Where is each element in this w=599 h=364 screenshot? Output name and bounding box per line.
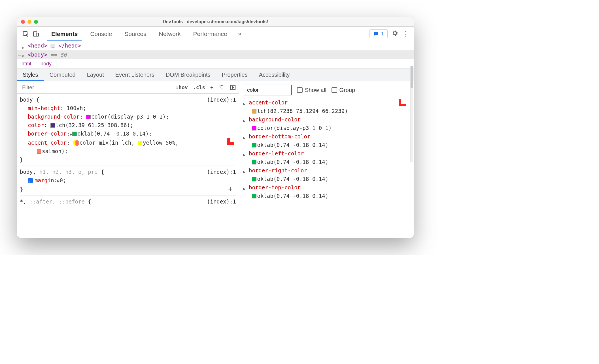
rule-selector[interactable]: *, ::after, ::before {	[20, 197, 91, 206]
maximize-window-icon[interactable]	[34, 20, 38, 24]
decl-background-color[interactable]: background-color: color(display-p3 1 0 1…	[20, 112, 236, 121]
toggle-rendering-icon[interactable]	[230, 84, 236, 91]
decl-color[interactable]: color: lch(32.39 61.25 308.86);	[20, 121, 236, 129]
subtab-properties[interactable]: Properties	[216, 69, 253, 81]
minimize-window-icon[interactable]	[27, 20, 31, 24]
expand-triangle-icon[interactable]: ▶	[243, 151, 245, 159]
color-swatch-icon[interactable]	[252, 160, 256, 164]
checkbox-icon[interactable]	[332, 87, 337, 93]
color-swatch-icon[interactable]	[86, 115, 91, 119]
rule-source-link[interactable]: (index):1	[207, 168, 236, 176]
color-swatch-icon[interactable]	[252, 194, 256, 198]
tab-sources[interactable]: Sources	[118, 27, 152, 41]
add-declaration-button[interactable]: +	[228, 185, 233, 193]
dom-head-line[interactable]: ▶ <head> … </head>	[17, 41, 414, 50]
computed-row[interactable]: ▶border-left-color oklab(0.74 -0.18 0.14…	[243, 149, 410, 166]
cls-button[interactable]: .cls	[193, 84, 205, 90]
decl-min-height[interactable]: min-height: 100vh;	[20, 104, 236, 112]
crumb-body[interactable]: body	[36, 59, 56, 68]
chat-icon	[373, 31, 379, 37]
color-swatch-icon[interactable]	[37, 149, 41, 154]
subtab-dom-breakpoints[interactable]: DOM Breakpoints	[160, 69, 216, 81]
annotation-arrow-icon	[226, 133, 239, 146]
breadcrumb: html body	[17, 59, 414, 69]
color-swatch-icon[interactable]	[252, 126, 256, 130]
devtools-window: DevTools - developer.chrome.com/tags/dev…	[17, 17, 414, 238]
tabs-overflow-icon[interactable]: »	[233, 27, 246, 41]
dollar-zero: $0	[60, 52, 67, 58]
panes: :hov .cls + body { (index):1 min-height:…	[17, 81, 414, 237]
inspect-element-icon[interactable]	[22, 30, 29, 38]
css-rules[interactable]: body { (index):1 min-height: 100vh; back…	[17, 94, 239, 237]
colormix-swatch-icon[interactable]	[73, 140, 79, 146]
subtab-layout[interactable]: Layout	[81, 69, 110, 81]
toolbar-left	[17, 27, 45, 41]
dom-tree[interactable]: ▶ <head> … </head> … ▶ <body> == $0	[17, 41, 414, 59]
subtab-styles[interactable]: Styles	[17, 69, 44, 81]
computed-row[interactable]: ▶border-top-color oklab(0.74 -0.18 0.14)	[243, 183, 410, 200]
decl-accent-color-cont[interactable]: salmon);	[20, 147, 236, 155]
color-swatch-icon[interactable]	[50, 123, 55, 128]
device-toggle-icon[interactable]	[32, 30, 40, 38]
close-window-icon[interactable]	[21, 20, 25, 24]
head-open-tag: <head>	[28, 42, 47, 49]
expand-triangle-icon[interactable]: ▶	[243, 168, 245, 176]
decl-accent-color[interactable]: accent-color: color-mix(in lch, yellow 5…	[20, 138, 236, 147]
rule-source-link[interactable]: (index):1	[207, 95, 236, 104]
hov-button[interactable]: :hov	[175, 84, 188, 90]
subtab-accessibility[interactable]: Accessibility	[253, 69, 296, 81]
expand-triangle-icon[interactable]: ▶	[243, 134, 245, 142]
svg-rect-2	[36, 33, 39, 36]
crumb-html[interactable]: html	[17, 59, 36, 68]
window-title: DevTools - developer.chrome.com/tags/dev…	[17, 19, 414, 24]
computed-toolbar: Show all Group	[239, 85, 414, 98]
settings-icon[interactable]	[392, 30, 398, 38]
computed-list[interactable]: ▶accent-color lch(82.7238 75.1294 66.223…	[239, 98, 414, 200]
computed-row[interactable]: ▶border-bottom-color oklab(0.74 -0.18 0.…	[243, 132, 410, 149]
tab-console[interactable]: Console	[84, 27, 118, 41]
main-tabs: Elements Console Sources Network Perform…	[45, 27, 246, 41]
expand-triangle-icon[interactable]: ▶	[57, 179, 60, 183]
show-all-checkbox[interactable]: Show all	[297, 87, 326, 93]
new-rule-button[interactable]: +	[210, 84, 213, 90]
subtab-event-listeners[interactable]: Event Listeners	[110, 69, 160, 81]
more-menu-icon[interactable]: ⋮	[402, 30, 409, 38]
subtab-computed[interactable]: Computed	[44, 69, 81, 81]
rule-close: }	[20, 185, 236, 194]
decl-checkbox[interactable]	[28, 178, 33, 183]
computed-row[interactable]: ▶accent-color lch(82.7238 75.1294 66.223…	[243, 98, 410, 115]
decl-margin[interactable]: margin:▶0;	[20, 176, 236, 185]
expand-triangle-icon[interactable]: ▶	[243, 100, 245, 108]
head-close-tag: </head>	[58, 42, 81, 49]
checkbox-icon[interactable]	[297, 87, 303, 93]
group-checkbox[interactable]: Group	[332, 87, 355, 93]
expand-triangle-icon[interactable]: ▶	[70, 132, 72, 136]
color-swatch-icon[interactable]	[72, 132, 77, 136]
color-swatch-icon[interactable]	[252, 177, 256, 181]
styles-filter-input[interactable]	[20, 83, 173, 92]
styles-buttons: :hov .cls +	[175, 84, 236, 91]
css-rule-body-group: body, h1, h2, h3, p, pre { (index):1 mar…	[20, 168, 236, 196]
rule-selector[interactable]: body, h1, h2, h3, p, pre {	[20, 168, 104, 176]
computed-row[interactable]: ▶border-right-color oklab(0.74 -0.18 0.1…	[243, 166, 410, 183]
ellipsis-icon[interactable]: …	[50, 44, 55, 48]
decl-border-color[interactable]: border-color:▶oklab(0.74 -0.18 0.14);	[20, 129, 236, 138]
computed-row[interactable]: ▶background-color color(display-p3 1 0 1…	[243, 115, 410, 132]
dom-body-line[interactable]: … ▶ <body> == $0	[17, 50, 414, 59]
color-swatch-icon[interactable]	[252, 143, 256, 147]
toolbar-right: 1 ⋮	[369, 29, 414, 38]
tab-elements[interactable]: Elements	[45, 27, 84, 41]
rule-selector[interactable]: body {	[20, 95, 39, 104]
rule-source-link[interactable]: (index):1	[207, 197, 236, 206]
color-swatch-icon[interactable]	[138, 141, 142, 145]
tab-network[interactable]: Network	[152, 27, 187, 41]
computed-filter-input[interactable]	[244, 85, 292, 95]
expand-triangle-icon[interactable]: ▶	[243, 117, 245, 125]
expand-triangle-icon[interactable]: ▶	[243, 185, 245, 193]
issues-badge[interactable]: 1	[369, 29, 388, 38]
color-swatch-icon[interactable]	[252, 109, 256, 114]
tab-performance[interactable]: Performance	[187, 27, 233, 41]
expand-triangle-icon[interactable]: ▶	[19, 55, 27, 58]
rule-close: }	[20, 155, 236, 164]
format-icon[interactable]	[218, 84, 225, 91]
